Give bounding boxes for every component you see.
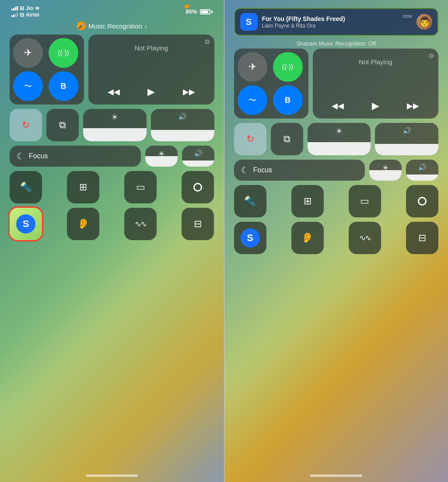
chart-icon-right: ⊟	[418, 232, 426, 244]
notification-area: S For You (Fifty Shades Freed) Liam Payn…	[232, 0, 441, 39]
hearing-btn-left[interactable]: 👂	[67, 208, 99, 240]
second-controls-row: ↻ ⧉ ☀ 🔊	[10, 109, 214, 141]
left-phone-screen: ⊟ Jio ≋ ⊟ Airtel 85%	[0, 0, 224, 482]
focus-btn-right[interactable]: ☾ Focus	[234, 160, 365, 181]
right-phone-screen: S For You (Fifty Shades Freed) Liam Payn…	[224, 0, 448, 482]
now-playing-text-left: Not Playing	[94, 44, 209, 52]
brightness-btn-left[interactable]: ☀	[145, 146, 178, 167]
brightness-btn-right[interactable]: ☀	[369, 160, 402, 181]
airplane-mode-btn-right[interactable]: ✈	[238, 52, 267, 82]
vol-icon-small-left: 🔊	[194, 149, 203, 157]
record-icon-left	[193, 183, 202, 192]
shazam-btn-right[interactable]: S	[234, 222, 266, 254]
control-center-right: ✈ ((·)) 〜 B ⊙ Not Playing ◀◀ ▶ ▶▶	[232, 49, 441, 471]
volume-icon: 🔊	[178, 112, 187, 121]
shazam-notif-icon: S	[240, 13, 258, 31]
volume-btn-left[interactable]: 🔊	[182, 146, 214, 167]
top-controls-row: ✈ ((·)) 〜 B ⊙ Not Playing ◀◀ ▶ ▶▶	[10, 35, 214, 105]
top-controls-row-right: ✈ ((·)) 〜 B ⊙ Not Playing ◀◀ ▶ ▶▶	[234, 49, 439, 119]
chart-btn-left[interactable]: ⊟	[182, 208, 214, 240]
focus-btn-left[interactable]: ☾ Focus	[10, 146, 141, 167]
vol-icon-small-right: 🔊	[418, 163, 427, 171]
waveform-icon-right: ∿∿	[359, 233, 371, 243]
volume-slider-right[interactable]: 🔊	[375, 123, 438, 155]
calculator-icon-right: ⊞	[304, 196, 312, 207]
music-recog-label: Music Recognition	[88, 22, 142, 30]
battery-status: 85%	[186, 8, 212, 15]
volume-slider-left[interactable]: 🔊	[151, 109, 214, 141]
chevron-icon: ›	[145, 22, 147, 30]
flashlight-btn-left[interactable]: 🔦	[10, 171, 42, 203]
moon-icon-left: ☾	[17, 151, 24, 161]
waveform-btn-left[interactable]: ∿∿	[124, 208, 157, 240]
mirror-icon-right: ⧉	[284, 133, 290, 145]
bluetooth-btn-right[interactable]: B	[273, 85, 303, 115]
battery-percent: 85%	[186, 8, 197, 15]
record-btn-right[interactable]	[406, 185, 438, 217]
song-title: For You (Fifty Shades Freed)	[262, 15, 398, 23]
calculator-btn-left[interactable]: ⊞	[67, 171, 99, 203]
brightness-icon: ☀	[111, 112, 118, 122]
music-recognition-header[interactable]: 🎤 Music Recognition ›	[8, 20, 216, 35]
mirror-icon: ⧉	[59, 119, 66, 131]
brightness-slider-left[interactable]: ☀	[83, 109, 147, 141]
carrier-info: ⊟ Jio ≋ ⊟ Airtel	[11, 5, 39, 18]
shazam-notification[interactable]: S For You (Fifty Shades Freed) Liam Payn…	[234, 8, 439, 36]
airplay-icon-left[interactable]: ⊙	[205, 38, 210, 45]
second-controls-row-right: ↻ ⧉ ☀ 🔊	[234, 123, 439, 155]
carrier2-row: ⊟ Airtel	[11, 12, 39, 18]
rotation-lock-btn-right[interactable]: ↻	[234, 123, 266, 155]
connectivity-panel-right: ✈ ((·)) 〜 B	[234, 49, 308, 119]
volume-btn-right[interactable]: 🔊	[406, 160, 438, 181]
waveform-icon-left: ∿∿	[135, 219, 146, 229]
chart-icon-left: ⊟	[194, 218, 202, 230]
carrier2-name: Airtel	[26, 12, 39, 18]
flashlight-btn-right[interactable]: 🔦	[234, 185, 266, 217]
rotation-lock-btn-left[interactable]: ↻	[10, 109, 42, 141]
moon-icon-right: ☾	[241, 165, 249, 175]
sun-icon-small-right: ☀	[382, 163, 389, 173]
play-btn-left[interactable]: ▶	[147, 86, 155, 98]
rewind-btn-left[interactable]: ◀◀	[108, 87, 120, 97]
waveform-btn-right[interactable]: ∿∿	[349, 222, 381, 254]
airplay-icon-right[interactable]: ⊙	[429, 52, 434, 59]
chart-btn-right[interactable]: ⊟	[406, 222, 438, 254]
home-indicator-right	[310, 475, 362, 477]
forward-btn-left[interactable]: ▶▶	[183, 87, 195, 97]
control-center-left: ✈ ((·)) 〜 B ⊙ Not Playing ◀◀ ▶ ▶▶	[8, 35, 216, 471]
forward-btn-right[interactable]: ▶▶	[407, 101, 419, 111]
home-indicator-left	[86, 475, 138, 477]
media-controls-right: ◀◀ ▶ ▶▶	[318, 98, 434, 113]
notification-text: For You (Fifty Shades Freed) Liam Payne …	[262, 15, 398, 29]
bluetooth-btn[interactable]: B	[49, 71, 78, 101]
record-btn-left[interactable]	[182, 171, 214, 203]
volume-icon-right: 🔊	[402, 126, 411, 135]
shazam-btn-left[interactable]: S	[10, 208, 42, 240]
screen-mirror-btn-left[interactable]: ⧉	[46, 109, 79, 141]
utilities-row-right: 🔦 ⊞ ▭	[234, 185, 439, 217]
wifi-btn[interactable]: 〜	[13, 71, 43, 101]
carrier1-row: ⊟ Jio ≋	[11, 5, 39, 11]
carrier1-name: Jio	[26, 5, 33, 11]
airplane-mode-btn[interactable]: ✈	[13, 38, 43, 68]
cellular-btn[interactable]: ((·))	[49, 38, 78, 68]
hearing-btn-right[interactable]: 👂	[291, 222, 324, 254]
calculator-btn-right[interactable]: ⊞	[291, 185, 324, 217]
shazam-row-right: S 👂 ∿∿ ⊟	[234, 222, 439, 258]
now-playing-text-right: Not Playing	[318, 58, 434, 66]
utilities-row-left: 🔦 ⊞ ▭	[10, 171, 214, 203]
wifi-icon-left: ≋	[35, 5, 39, 11]
media-player-left: ⊙ Not Playing ◀◀ ▶ ▶▶	[88, 35, 214, 105]
screen-mirror-btn-right[interactable]: ⧉	[271, 123, 303, 155]
record-icon-right	[418, 197, 427, 206]
brightness-slider-right[interactable]: ☀	[308, 123, 371, 155]
ear-icon-right: 👂	[301, 232, 313, 244]
cellular-btn-right[interactable]: ((·))	[273, 52, 303, 82]
status-bar-left: ⊟ Jio ≋ ⊟ Airtel 85%	[8, 0, 216, 20]
lock-rotation-icon-right: ↻	[246, 133, 254, 145]
battery-widget-btn-left[interactable]: ▭	[124, 171, 157, 203]
battery-widget-btn-right[interactable]: ▭	[349, 185, 381, 217]
play-btn-right[interactable]: ▶	[372, 100, 379, 112]
wifi-btn-right[interactable]: 〜	[238, 85, 267, 115]
rewind-btn-right[interactable]: ◀◀	[332, 101, 344, 111]
